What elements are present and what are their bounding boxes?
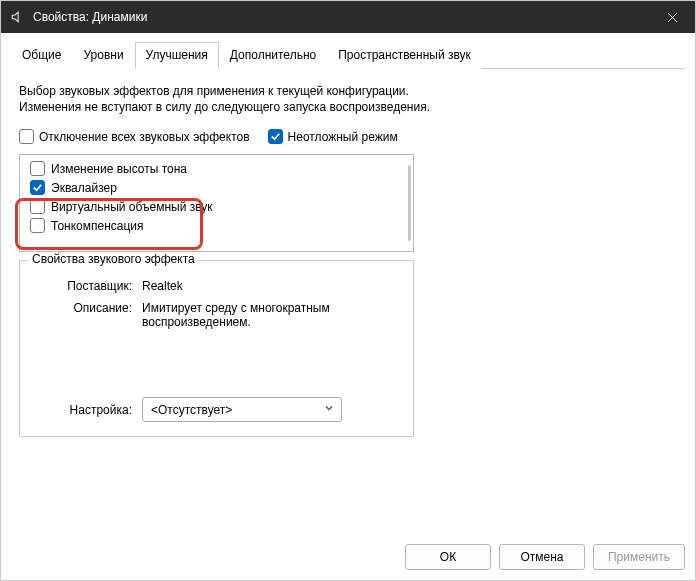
titlebar: Свойства: Динамики — [1, 1, 695, 33]
checkbox-icon — [30, 180, 45, 195]
effect-item-loudness[interactable]: Тонкомпенсация — [20, 216, 413, 235]
chevron-down-icon — [323, 402, 335, 417]
tab-advanced[interactable]: Дополнительно — [219, 42, 327, 69]
tab-enhancements[interactable]: Улучшения — [135, 42, 219, 69]
provider-label: Поставщик: — [32, 279, 142, 293]
description-value: Имитирует среду с многократным воспроизв… — [142, 301, 362, 329]
window-title: Свойства: Динамики — [33, 10, 649, 24]
checkbox-icon — [268, 129, 283, 144]
checkbox-label: Неотложный режим — [288, 130, 398, 144]
effect-item-pitch[interactable]: Изменение высоты тона — [20, 159, 413, 178]
tab-levels[interactable]: Уровни — [72, 42, 134, 69]
group-legend: Свойства звукового эффекта — [28, 252, 199, 266]
checkbox-icon — [19, 129, 34, 144]
provider-value: Realtek — [142, 279, 401, 293]
effect-label: Виртуальный объемный звук — [51, 200, 213, 214]
checkbox-icon — [30, 161, 45, 176]
effect-properties-group: Свойства звукового эффекта Поставщик: Re… — [19, 260, 414, 437]
apply-button[interactable]: Применить — [593, 544, 685, 570]
effect-item-equalizer[interactable]: Эквалайзер — [20, 178, 413, 197]
checkbox-disable-all[interactable]: Отключение всех звуковых эффектов — [19, 129, 250, 144]
setting-label: Настройка: — [32, 403, 142, 417]
effect-label: Тонкомпенсация — [51, 219, 144, 233]
setting-combobox[interactable]: <Отсутствует> — [142, 397, 342, 422]
checkbox-icon — [30, 218, 45, 233]
checkbox-label: Отключение всех звуковых эффектов — [39, 130, 250, 144]
effect-label: Эквалайзер — [51, 181, 117, 195]
tab-spatial[interactable]: Пространственный звук — [327, 42, 482, 69]
dialog-buttons: ОК Отмена Применить — [11, 534, 685, 570]
scrollbar[interactable] — [408, 165, 411, 241]
effect-item-virtual-surround[interactable]: Виртуальный объемный звук — [20, 197, 413, 216]
close-button[interactable] — [649, 1, 695, 33]
effects-listbox[interactable]: Изменение высоты тона Эквалайзер Виртуал… — [19, 154, 414, 252]
ok-button[interactable]: ОК — [405, 544, 491, 570]
intro-text: Выбор звуковых эффектов для применения к… — [19, 83, 439, 115]
description-label: Описание: — [32, 301, 142, 329]
cancel-button[interactable]: Отмена — [499, 544, 585, 570]
tabstrip: Общие Уровни Улучшения Дополнительно Про… — [11, 41, 685, 69]
tab-general[interactable]: Общие — [11, 42, 72, 69]
setting-value: <Отсутствует> — [151, 403, 232, 417]
speaker-icon — [9, 9, 25, 25]
effect-label: Изменение высоты тона — [51, 162, 187, 176]
checkbox-urgent-mode[interactable]: Неотложный режим — [268, 129, 398, 144]
checkbox-icon — [30, 199, 45, 214]
